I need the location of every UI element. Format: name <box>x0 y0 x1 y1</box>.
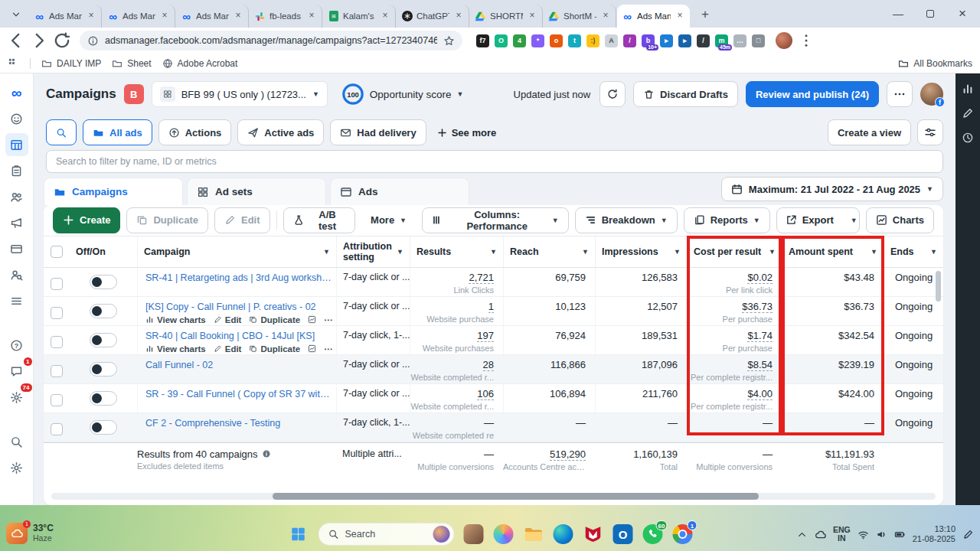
column-header-results[interactable]: Results▼ <box>410 236 503 267</box>
tab-close-icon[interactable]: × <box>675 11 685 21</box>
reload-button[interactable] <box>52 31 72 51</box>
browser-tab[interactable]: ∞Ads Manager× <box>103 5 175 28</box>
extension-player-icon[interactable]: ▸ <box>660 34 673 47</box>
campaign-link[interactable]: SR - 39 - Call Funnel ( Copy of SR 37 wi… <box>145 388 332 401</box>
tab-close-icon[interactable]: × <box>527 11 537 21</box>
tab-close-icon[interactable]: × <box>453 11 464 21</box>
nav-billing[interactable] <box>5 237 28 260</box>
nav-all-tools[interactable] <box>5 289 28 312</box>
nav-campaigns[interactable] <box>5 133 28 156</box>
address-bar[interactable]: adsmanager.facebook.com/adsmanager/manag… <box>80 31 462 51</box>
sort-arrow-icon[interactable]: ▼ <box>930 248 937 256</box>
see-more-button[interactable]: See more <box>433 127 501 139</box>
column-header-ends[interactable]: Ends▼ <box>884 236 943 267</box>
tab-close-icon[interactable]: × <box>600 11 611 21</box>
extension-play-icon[interactable]: ▸ <box>678 34 691 47</box>
charts-button[interactable]: Charts <box>866 207 934 233</box>
insights-chart-icon[interactable] <box>962 83 974 95</box>
extension-green-icon[interactable]: 4 <box>513 34 526 47</box>
nav-overview[interactable] <box>5 107 28 130</box>
tab-close-icon[interactable]: × <box>233 11 243 21</box>
columns-button[interactable]: Columns: Performance▼ <box>422 207 569 233</box>
campaign-toggle[interactable] <box>90 420 117 435</box>
create-view-button[interactable]: Create a view <box>828 119 911 145</box>
clock-widget[interactable]: 13:1021-08-2025 <box>913 524 956 544</box>
filter-all-ads[interactable]: All ads <box>83 119 152 145</box>
new-tab-button[interactable]: + <box>695 5 715 24</box>
row-checkbox[interactable] <box>51 394 63 406</box>
window-minimize-button[interactable]: — <box>882 8 914 20</box>
edit-pencil-icon[interactable] <box>962 107 974 119</box>
language-indicator[interactable]: ENGIN <box>833 526 851 543</box>
campaign-link[interactable]: SR-41 | Retargeting ads | 3rd Aug worksh… <box>145 272 332 285</box>
taskbar-photo[interactable] <box>463 523 485 545</box>
bookmark-adobe-acrobat[interactable]: Adobe Acrobat <box>162 58 238 69</box>
row-more-button[interactable]: ⋯ <box>324 315 333 325</box>
nav-feedback[interactable]: 1 <box>5 360 28 383</box>
browser-tab[interactable]: ChatGPT - Ka× <box>397 5 469 28</box>
taskbar-chrome[interactable]: 1 <box>672 523 694 545</box>
duplicate-row-button[interactable]: Duplicate <box>249 315 300 324</box>
extension-clip-icon[interactable]: □ <box>752 34 765 47</box>
all-bookmarks-button[interactable]: All Bookmarks <box>898 58 972 69</box>
taskbar-whatsapp[interactable]: 60 <box>642 523 664 545</box>
extension-font-icon[interactable]: A <box>605 34 618 47</box>
row-checkbox[interactable] <box>51 365 63 377</box>
back-button[interactable] <box>6 31 26 51</box>
column-header-off-on[interactable]: Off/On <box>70 236 137 267</box>
edit-button[interactable]: Edit <box>214 207 270 233</box>
filter-active-ads[interactable]: Active ads <box>237 119 324 145</box>
extension-tag-icon[interactable]: t <box>568 34 581 47</box>
campaign-toggle[interactable] <box>90 333 117 347</box>
campaign-toggle[interactable] <box>90 275 117 289</box>
sort-arrow-icon[interactable]: ▼ <box>397 248 403 256</box>
row-checkbox[interactable] <box>51 307 63 319</box>
search-filter-button[interactable] <box>46 119 77 145</box>
campaign-link[interactable]: [KS] Copy - Call Funnel | P. creativs - … <box>145 301 332 314</box>
browser-tab[interactable]: ShortM - Vid× <box>544 5 616 28</box>
view-settings-button[interactable] <box>917 119 943 145</box>
wifi-icon[interactable] <box>858 529 869 540</box>
column-header-amount-spent[interactable]: Amount spent▼ <box>782 236 884 267</box>
refresh-button[interactable] <box>599 81 626 107</box>
reports-button[interactable]: Reports▼ <box>684 207 770 233</box>
tab-ads[interactable]: Ads <box>330 178 469 205</box>
boost-row-button[interactable] <box>308 315 316 324</box>
view-charts-button[interactable]: View charts <box>145 344 206 354</box>
activity-history-icon[interactable] <box>962 132 974 144</box>
column-header-campaign[interactable]: Campaign▼ <box>137 236 336 267</box>
sort-arrow-icon[interactable]: ▼ <box>323 248 330 256</box>
user-avatar[interactable]: f <box>920 83 943 106</box>
nav-account-quality[interactable] <box>5 263 28 286</box>
extension-camera-icon[interactable]: o <box>550 34 563 47</box>
nav-ads[interactable] <box>5 211 28 234</box>
start-button[interactable] <box>287 523 310 546</box>
vertical-scrollbar[interactable] <box>936 271 941 302</box>
extension-timer-icon[interactable]: m45m <box>715 34 728 47</box>
extension-f7-icon[interactable]: f7 <box>476 34 489 47</box>
view-charts-button[interactable]: View charts <box>145 315 206 324</box>
review-publish-button[interactable]: Review and publish (24) <box>746 81 879 107</box>
battery-icon[interactable] <box>894 529 906 540</box>
browser-tab[interactable]: fb-leads (Cha× <box>250 5 322 28</box>
row-more-button[interactable]: ⋯ <box>324 344 333 354</box>
meta-logo-icon[interactable]: ∞ <box>5 81 28 104</box>
campaign-link[interactable]: Call Funnel - 02 <box>145 359 332 372</box>
campaign-toggle[interactable] <box>90 362 117 377</box>
browser-tab[interactable]: ∞Ads Manager× <box>176 5 249 28</box>
extension-chat-icon[interactable]: … <box>733 34 746 47</box>
nav-audiences[interactable] <box>5 185 28 208</box>
extension-bag-icon[interactable]: b10+ <box>642 34 655 47</box>
filter-had-delivery[interactable]: Had delivery <box>330 119 426 145</box>
taskbar-outlook[interactable]: O <box>612 523 634 545</box>
campaign-toggle[interactable] <box>90 304 117 318</box>
discard-drafts-button[interactable]: Discard Drafts <box>633 81 738 107</box>
tray-chevron-up-icon[interactable] <box>796 529 808 540</box>
browser-tab[interactable]: ∞Ads Manager× <box>29 5 102 28</box>
campaign-link[interactable]: CF 2 - Comprehensive - Testing <box>145 417 332 430</box>
filter-actions[interactable]: Actions <box>158 119 232 145</box>
bookmark-star-icon[interactable] <box>443 35 455 47</box>
business-badge[interactable]: B <box>124 84 144 104</box>
scrollbar-thumb[interactable] <box>273 493 759 500</box>
create-button[interactable]: Create <box>53 207 120 233</box>
